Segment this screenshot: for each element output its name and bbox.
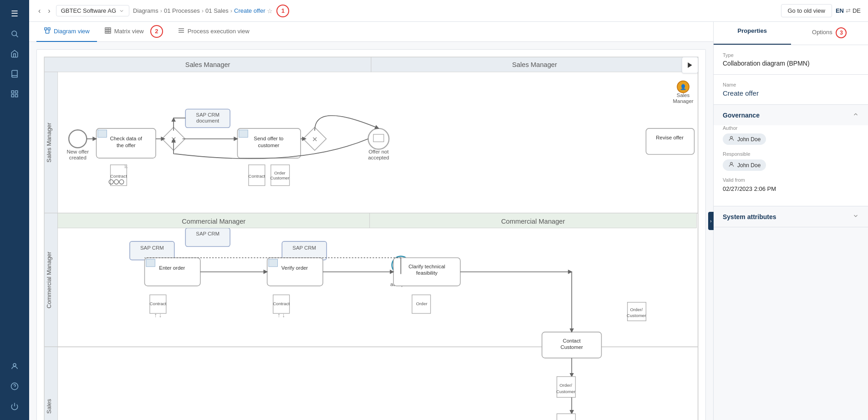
governance-content: Author John Doe Responsible: [714, 125, 868, 206]
search-icon[interactable]: [6, 26, 23, 42]
svg-text:Commercial Manager: Commercial Manager: [46, 251, 52, 308]
svg-text:Contract: Contract: [110, 174, 127, 179]
breadcrumb-processes[interactable]: 01 Processes: [164, 7, 200, 14]
tab-matrix-view-label: Matrix view: [114, 28, 144, 35]
back-button[interactable]: ‹: [36, 5, 42, 17]
tab-diagram-view[interactable]: Diagram view: [36, 22, 97, 42]
svg-text:New offer: New offer: [66, 149, 89, 154]
svg-rect-63: [646, 128, 694, 154]
svg-text:Enter order: Enter order: [159, 265, 185, 271]
type-label: Type: [723, 52, 859, 58]
name-value: Create offer: [723, 89, 859, 97]
tab-process-execution-view[interactable]: Process execution view: [170, 22, 257, 42]
type-field: Type Collaboration diagram (BPMN): [714, 45, 868, 74]
lang-en[interactable]: EN: [836, 7, 844, 14]
svg-rect-60: [373, 134, 384, 142]
go-to-old-view-button[interactable]: Go to old view: [781, 4, 832, 17]
breadcrumb-diagrams[interactable]: Diagrams: [133, 7, 158, 14]
diagram-panel: Diagram view Matrix view 2 Process exe: [29, 22, 713, 420]
svg-rect-97: [269, 259, 278, 266]
responsible-chip: John Doe: [723, 159, 766, 171]
svg-text:Order/: Order/: [560, 383, 572, 388]
tab-diagram-view-label: Diagram view: [54, 28, 90, 35]
svg-text:Offer not: Offer not: [368, 149, 389, 154]
matrix-view-icon: [104, 27, 112, 36]
name-field: Name Create offer: [714, 75, 868, 104]
svg-point-35: [69, 130, 87, 148]
svg-text:feasibility: feasibility: [416, 270, 438, 276]
bpmn-diagram: Sales Manager Sales Manager 👤 Sales Mana…: [37, 50, 705, 420]
valid-from-label: Valid from: [723, 177, 859, 183]
author-chip: John Doe: [723, 133, 766, 145]
svg-text:Commercial Manager: Commercial Manager: [501, 218, 565, 225]
author-label: Author: [723, 125, 859, 131]
svg-text:↑ ↓: ↑ ↓: [277, 312, 285, 318]
svg-text:Sales: Sales: [677, 92, 690, 98]
svg-text:👤: 👤: [680, 84, 687, 90]
help-icon[interactable]: [6, 378, 23, 394]
svg-text:customer: customer: [258, 143, 279, 148]
svg-rect-2: [11, 91, 14, 93]
breadcrumb-sales[interactable]: 01 Sales: [205, 7, 229, 14]
tab-options[interactable]: Options 3: [791, 22, 868, 45]
svg-text:document: document: [196, 118, 220, 123]
svg-text:Contract: Contract: [149, 301, 166, 306]
svg-rect-4: [15, 95, 18, 97]
user-profile-icon[interactable]: [6, 358, 23, 374]
responsible-name: John Doe: [737, 162, 761, 169]
canvas-inner: Sales Manager Sales Manager 👤 Sales Mana…: [36, 49, 706, 420]
svg-text:Send offer to: Send offer to: [254, 136, 283, 141]
svg-text:Customer: Customer: [627, 313, 646, 318]
name-label: Name: [723, 82, 859, 87]
org-selector[interactable]: GBTEC Software AG: [56, 5, 129, 16]
svg-marker-23: [688, 62, 692, 68]
svg-text:Commercial Manager: Commercial Manager: [182, 218, 245, 225]
svg-text:Order: Order: [416, 301, 428, 306]
svg-rect-41: [98, 130, 107, 137]
lang-de[interactable]: DE: [853, 7, 861, 14]
svg-text:Check data of: Check data of: [110, 136, 143, 141]
svg-text:Contract: Contract: [273, 301, 290, 306]
tab-matrix-view[interactable]: Matrix view 2: [97, 22, 170, 42]
system-attributes-header[interactable]: System attributes: [714, 206, 868, 227]
menu-icon[interactable]: ☰: [6, 5, 23, 22]
sidebar: ☰: [0, 0, 29, 420]
svg-point-6: [13, 364, 16, 366]
star-icon[interactable]: ☆: [267, 7, 273, 15]
valid-from-value: 02/27/2023 2:06 PM: [723, 185, 859, 192]
svg-rect-54: [239, 130, 248, 137]
svg-text:SAP CRM: SAP CRM: [196, 112, 220, 118]
svg-text:SAP CRM: SAP CRM: [292, 245, 316, 251]
book-icon[interactable]: [6, 66, 23, 82]
properties-content: Type Collaboration diagram (BPMN) Name C…: [714, 45, 868, 420]
system-attributes-toggle-icon: [853, 213, 859, 220]
play-button[interactable]: [682, 57, 698, 73]
author-name: John Doe: [737, 136, 761, 143]
language-selector: EN ⇄ DE: [836, 7, 861, 14]
svg-text:Customer: Customer: [556, 389, 576, 394]
diagram-canvas[interactable]: Sales Manager Sales Manager 👤 Sales Mana…: [29, 42, 713, 420]
svg-rect-24: [44, 57, 698, 420]
svg-text:Contract: Contract: [248, 174, 265, 179]
svg-text:Verify order: Verify order: [281, 265, 308, 271]
forward-button[interactable]: ›: [46, 5, 52, 17]
svg-rect-15: [105, 28, 111, 33]
svg-text:↑ ↓: ↑ ↓: [154, 312, 162, 318]
power-icon[interactable]: [6, 398, 23, 415]
svg-rect-90: [282, 241, 327, 260]
chart-icon[interactable]: [6, 86, 23, 102]
valid-from-field: Valid from 02/27/2023 2:06 PM: [723, 177, 859, 192]
breadcrumb-current: Create offer: [234, 7, 265, 14]
collapse-handle[interactable]: ›: [708, 212, 714, 230]
svg-rect-94: [146, 259, 155, 266]
tab-process-execution-view-label: Process execution view: [188, 28, 250, 35]
svg-line-1: [16, 35, 18, 37]
badge-3: 3: [836, 27, 847, 38]
governance-header[interactable]: Governance: [714, 105, 868, 125]
breadcrumb: Diagrams › 01 Processes › 01 Sales › Cre…: [133, 5, 289, 17]
diagram-view-icon: [44, 27, 51, 36]
svg-text:Sales Manager: Sales Manager: [185, 61, 230, 68]
tab-properties[interactable]: Properties: [714, 22, 791, 45]
home-icon[interactable]: [6, 46, 23, 62]
badge-1: 1: [276, 5, 289, 17]
